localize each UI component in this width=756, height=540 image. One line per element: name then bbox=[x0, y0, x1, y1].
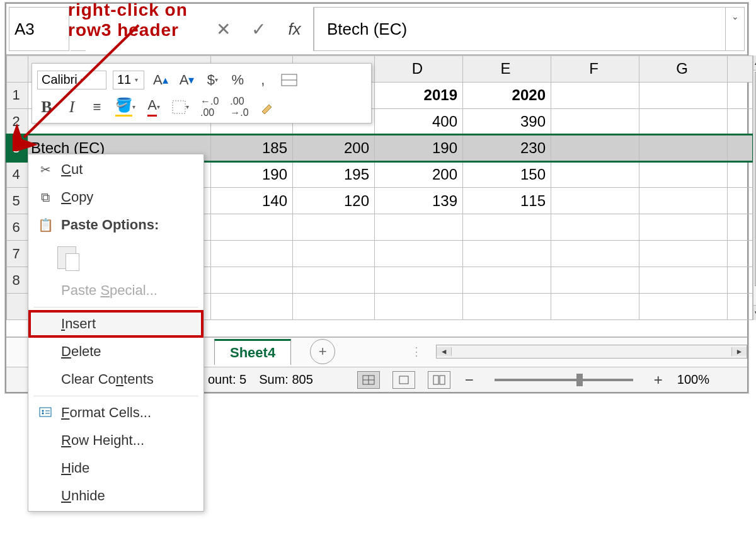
percent-format-icon[interactable]: % bbox=[228, 69, 247, 91]
ctx-paste-button[interactable] bbox=[28, 239, 203, 277]
select-all-corner[interactable] bbox=[7, 56, 28, 83]
ctx-format-cells[interactable]: Format Cells... bbox=[28, 399, 203, 427]
svg-rect-7 bbox=[399, 376, 408, 384]
status-count: ount: 5 bbox=[208, 372, 246, 387]
italic-button[interactable]: I bbox=[62, 96, 81, 118]
tab-splitter[interactable]: ⋮ bbox=[411, 345, 423, 359]
ctx-row-height[interactable]: Row Height... bbox=[28, 427, 203, 454]
font-color-icon[interactable]: A ▾ bbox=[144, 96, 163, 118]
svg-rect-10 bbox=[40, 408, 51, 416]
comma-format-icon[interactable]: , bbox=[253, 69, 272, 91]
svg-rect-9 bbox=[440, 376, 445, 384]
row-header[interactable]: 6 bbox=[7, 214, 28, 241]
ctx-insert[interactable]: Insert bbox=[28, 310, 203, 338]
row-header[interactable]: 2 bbox=[7, 108, 28, 135]
vertical-scrollbar[interactable]: ▲ ▼ bbox=[753, 55, 756, 320]
font-name-dropdown[interactable]: Calibri ▾ bbox=[37, 71, 106, 89]
ctx-hide[interactable]: Hide bbox=[28, 454, 203, 482]
zoom-out-button[interactable]: − bbox=[463, 371, 476, 389]
decrease-font-icon[interactable]: A▾ bbox=[177, 69, 197, 91]
increase-decimal-icon[interactable]: ←.0.00 bbox=[198, 96, 221, 118]
ctx-unhide[interactable]: Unhide bbox=[28, 482, 203, 510]
copy-icon: ⧉ bbox=[36, 190, 55, 205]
formula-cancel-icon[interactable]: ✕ bbox=[205, 7, 241, 51]
scroll-right-icon[interactable]: ► bbox=[731, 347, 747, 356]
ctx-copy[interactable]: ⧉ Copy bbox=[28, 183, 203, 211]
svg-point-11 bbox=[42, 410, 44, 411]
col-header[interactable]: G bbox=[639, 56, 728, 83]
svg-point-12 bbox=[42, 412, 44, 414]
status-sum: Sum: 805 bbox=[259, 372, 313, 387]
row-header[interactable]: 7 bbox=[7, 241, 28, 267]
format-painter-icon[interactable] bbox=[258, 96, 277, 118]
fill-color-icon[interactable]: 🪣 ▾ bbox=[113, 96, 138, 118]
sheet-tab[interactable]: Sheet4 bbox=[214, 339, 291, 365]
col-header[interactable]: F bbox=[551, 56, 639, 83]
col-header[interactable]: D bbox=[375, 56, 463, 83]
format-cells-icon bbox=[36, 406, 55, 420]
row-header[interactable]: 5 bbox=[7, 188, 28, 214]
decrease-decimal-icon[interactable]: .00→.0 bbox=[227, 96, 251, 118]
ctx-delete[interactable]: Delete bbox=[28, 338, 203, 365]
row-header[interactable]: 1 bbox=[7, 82, 28, 108]
mini-toolbar: Calibri ▾ 11 ▾ A▴ A▾ $ ▾ % , B I ≡ 🪣 ▾ A… bbox=[32, 63, 372, 124]
formula-input[interactable]: Btech (EC) bbox=[314, 7, 726, 51]
align-icon[interactable]: ≡ bbox=[88, 96, 106, 118]
annotation-callout: right-click on row3 header bbox=[68, 0, 188, 40]
row-header[interactable] bbox=[7, 294, 28, 320]
row-header[interactable]: 8 bbox=[7, 267, 28, 294]
ctx-cut[interactable]: ✂ Cut bbox=[28, 156, 203, 183]
formula-accept-icon[interactable]: ✓ bbox=[241, 7, 276, 51]
svg-rect-3 bbox=[173, 101, 185, 113]
zoom-slider[interactable] bbox=[495, 379, 633, 381]
col-header[interactable] bbox=[728, 56, 753, 83]
accounting-format-icon[interactable]: $ ▾ bbox=[203, 69, 222, 91]
bold-button[interactable]: B bbox=[37, 96, 56, 118]
paste-icon: 📋 bbox=[36, 217, 55, 233]
col-header[interactable]: E bbox=[463, 56, 551, 83]
page-break-view-icon[interactable] bbox=[428, 371, 450, 389]
zoom-in-button[interactable]: + bbox=[652, 371, 665, 389]
font-size-dropdown[interactable]: 11 ▾ bbox=[113, 71, 144, 89]
row-header[interactable]: 3 bbox=[7, 135, 28, 161]
name-box[interactable]: A3 bbox=[9, 7, 69, 51]
scroll-down-icon[interactable]: ▼ bbox=[753, 305, 756, 320]
fx-label-icon[interactable]: fx bbox=[276, 7, 314, 51]
scroll-up-icon[interactable]: ▲ bbox=[753, 55, 756, 71]
ctx-paste-options-header: 📋 Paste Options: bbox=[28, 211, 203, 239]
zoom-level: 100% bbox=[677, 372, 709, 387]
cut-icon: ✂ bbox=[36, 162, 55, 177]
formula-expand-icon[interactable]: ⌄ bbox=[726, 7, 745, 51]
increase-font-icon[interactable]: A▴ bbox=[151, 69, 171, 91]
ctx-separator bbox=[33, 396, 198, 396]
merge-center-icon[interactable] bbox=[278, 69, 300, 91]
normal-view-icon[interactable] bbox=[357, 371, 380, 389]
borders-icon[interactable]: ▾ bbox=[169, 96, 192, 118]
paste-option-icon bbox=[57, 246, 76, 269]
new-sheet-button[interactable]: + bbox=[310, 339, 335, 364]
ctx-paste-special[interactable]: Paste Special... bbox=[28, 277, 203, 304]
scroll-left-icon[interactable]: ◄ bbox=[437, 347, 452, 356]
row-header[interactable]: 4 bbox=[7, 161, 28, 188]
horizontal-scrollbar[interactable]: ◄ ► bbox=[436, 345, 747, 359]
ctx-clear-contents[interactable]: Clear Contents bbox=[28, 365, 203, 393]
context-menu: ✂ Cut ⧉ Copy 📋 Paste Options: Paste Spec… bbox=[28, 154, 204, 512]
ctx-separator bbox=[33, 307, 198, 307]
svg-rect-8 bbox=[433, 376, 438, 384]
page-layout-view-icon[interactable] bbox=[392, 371, 415, 389]
